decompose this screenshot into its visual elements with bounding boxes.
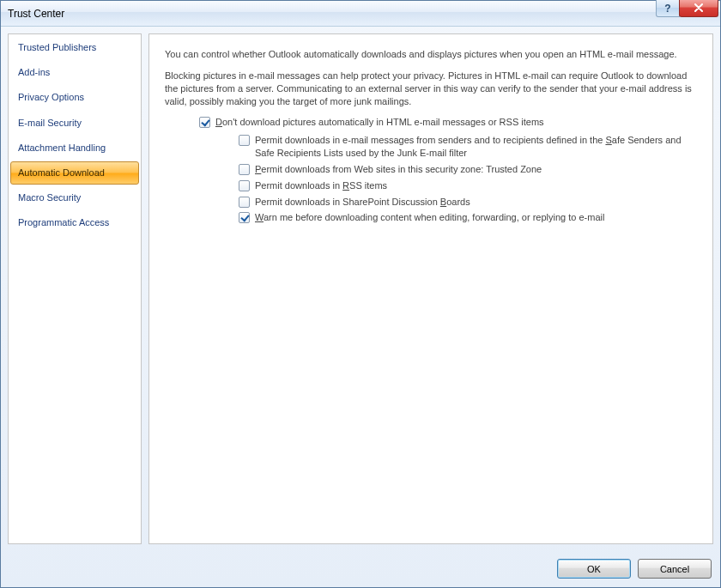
sidebar-item-automatic-download[interactable]: Automatic Download (10, 161, 139, 185)
sidebar-item-label: Automatic Download (18, 167, 105, 178)
option-permit-safe-senders[interactable]: Permit downloads in e-mail messages from… (239, 134, 697, 160)
window-title: Trust Center (8, 8, 657, 20)
content: Trusted Publishers Add-ins Privacy Optio… (8, 33, 713, 544)
sidebar-item-programmatic-access[interactable]: Programmatic Access (10, 211, 139, 234)
option-label: Permit downloads in SharePoint Discussio… (255, 196, 470, 209)
checkbox-permit-safe-senders[interactable] (239, 135, 250, 146)
settings-pane: You can control whether Outlook automati… (148, 33, 713, 544)
sidebar-item-label: Add-ins (18, 67, 50, 77)
option-label: Permit downloads from Web sites in this … (255, 163, 542, 176)
option-dont-download[interactable]: Don't download pictures automatically in… (199, 116, 697, 129)
intro-text-1: You can control whether Outlook automati… (165, 48, 697, 61)
close-button[interactable] (679, 0, 718, 17)
option-label: Don't download pictures automatically in… (215, 116, 544, 129)
category-sidebar: Trusted Publishers Add-ins Privacy Optio… (8, 33, 142, 544)
option-label: Permit downloads in RSS items (255, 179, 387, 192)
titlebar[interactable]: Trust Center ? (1, 1, 720, 27)
close-icon (694, 2, 704, 15)
option-label: Warn me before downloading content when … (255, 211, 604, 224)
sidebar-item-label: E-mail Security (18, 118, 82, 128)
sidebar-item-add-ins[interactable]: Add-ins (10, 61, 139, 84)
intro-text-2: Blocking pictures in e-mail messages can… (165, 70, 697, 108)
option-permit-trusted-zone[interactable]: Permit downloads from Web sites in this … (239, 163, 697, 176)
trust-center-window: Trust Center ? Trusted Publishers Add-in… (0, 0, 721, 588)
option-permit-rss[interactable]: Permit downloads in RSS items (239, 179, 697, 192)
sidebar-item-label: Programmatic Access (18, 217, 109, 227)
checkbox-permit-rss[interactable] (239, 180, 250, 191)
checkbox-permit-sharepoint[interactable] (239, 197, 250, 208)
help-button[interactable]: ? (656, 0, 680, 17)
cancel-button[interactable]: Cancel (638, 559, 712, 579)
sidebar-item-privacy-options[interactable]: Privacy Options (10, 86, 139, 109)
sidebar-item-label: Attachment Handling (18, 142, 106, 153)
option-label: Permit downloads in e-mail messages from… (255, 134, 697, 160)
client-area: Trusted Publishers Add-ins Privacy Optio… (1, 27, 720, 587)
ok-button[interactable]: OK (557, 559, 631, 579)
dialog-footer: OK Cancel (8, 544, 713, 580)
sidebar-item-label: Privacy Options (18, 92, 84, 102)
checkbox-permit-trusted-zone[interactable] (239, 164, 250, 175)
checkbox-dont-download[interactable] (199, 117, 210, 128)
sidebar-item-email-security[interactable]: E-mail Security (10, 112, 139, 135)
sidebar-item-trusted-publishers[interactable]: Trusted Publishers (10, 36, 139, 59)
button-label: OK (587, 564, 601, 574)
sidebar-item-attachment-handling[interactable]: Attachment Handling (10, 136, 139, 160)
sidebar-item-label: Trusted Publishers (18, 42, 96, 52)
sidebar-item-macro-security[interactable]: Macro Security (10, 186, 139, 209)
option-warn-before-download[interactable]: Warn me before downloading content when … (239, 211, 697, 224)
option-permit-sharepoint[interactable]: Permit downloads in SharePoint Discussio… (239, 196, 697, 209)
help-icon: ? (664, 3, 670, 15)
window-buttons: ? (657, 1, 720, 26)
button-label: Cancel (660, 564, 689, 574)
checkbox-warn-before-download[interactable] (239, 212, 250, 223)
sidebar-item-label: Macro Security (18, 192, 81, 203)
